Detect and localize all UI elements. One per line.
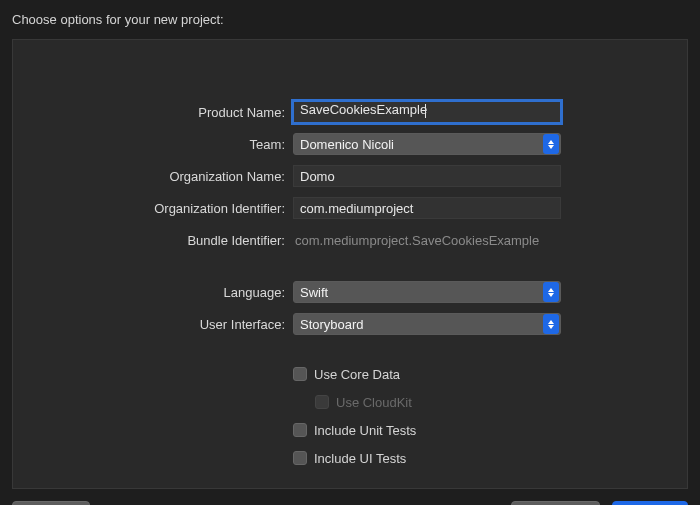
select-arrows-icon <box>543 314 559 334</box>
unit-tests-label: Include Unit Tests <box>314 423 416 438</box>
select-arrows-icon <box>543 134 559 154</box>
org-name-input[interactable] <box>293 165 561 187</box>
unit-tests-checkbox[interactable] <box>293 423 307 437</box>
bundle-id-value: com.mediumproject.SaveCookiesExample <box>293 233 539 248</box>
product-name-label: Product Name: <box>33 105 293 120</box>
cloudkit-checkbox <box>315 395 329 409</box>
org-id-label: Organization Identifier: <box>33 201 293 216</box>
dialog-title: Choose options for your new project: <box>12 12 688 27</box>
language-value: Swift <box>300 285 328 300</box>
product-name-value: SaveCookiesExample <box>300 102 427 117</box>
core-data-checkbox[interactable] <box>293 367 307 381</box>
options-panel: Product Name: SaveCookiesExample Team: D… <box>12 39 688 489</box>
cloudkit-label: Use CloudKit <box>336 395 412 410</box>
team-value: Domenico Nicoli <box>300 137 394 152</box>
previous-button[interactable]: Previous <box>511 501 600 505</box>
cancel-button[interactable]: Cancel <box>12 501 90 505</box>
next-button[interactable]: Next <box>612 501 688 505</box>
ui-tests-label: Include UI Tests <box>314 451 406 466</box>
language-label: Language: <box>33 285 293 300</box>
team-label: Team: <box>33 137 293 152</box>
ui-label: User Interface: <box>33 317 293 332</box>
language-select[interactable]: Swift <box>293 281 561 303</box>
ui-value: Storyboard <box>300 317 364 332</box>
text-caret <box>425 104 426 118</box>
select-arrows-icon <box>543 282 559 302</box>
footer: Cancel Previous Next <box>12 489 688 505</box>
org-id-input[interactable] <box>293 197 561 219</box>
org-name-label: Organization Name: <box>33 169 293 184</box>
bundle-id-label: Bundle Identifier: <box>33 233 293 248</box>
core-data-label: Use Core Data <box>314 367 400 382</box>
ui-tests-checkbox[interactable] <box>293 451 307 465</box>
product-name-input[interactable]: SaveCookiesExample <box>293 101 561 123</box>
team-select[interactable]: Domenico Nicoli <box>293 133 561 155</box>
ui-select[interactable]: Storyboard <box>293 313 561 335</box>
